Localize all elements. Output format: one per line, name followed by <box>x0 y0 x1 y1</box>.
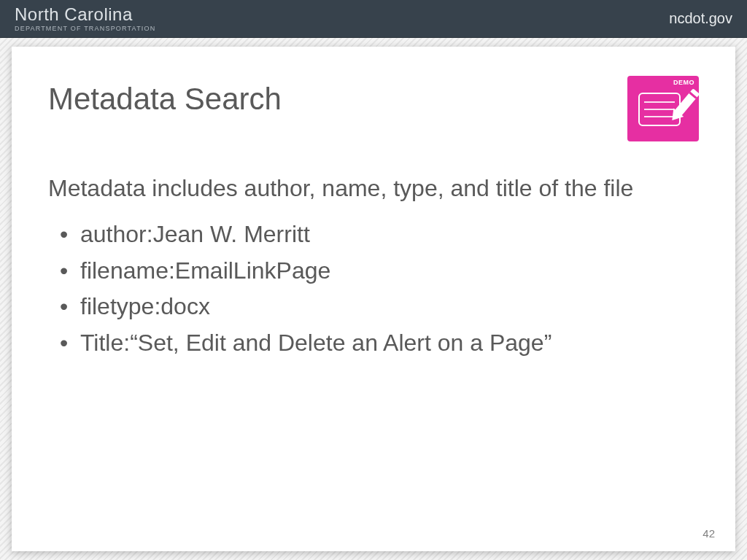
intro-text: Metadata includes author, name, type, an… <box>48 174 699 203</box>
title-row: Metadata Search DEMO <box>48 76 699 141</box>
example-list: author:Jean W. Merritt filename:EmailLin… <box>48 217 699 361</box>
list-item: filetype:docx <box>55 289 699 325</box>
page-number: 42 <box>703 527 715 540</box>
list-item: author:Jean W. Merritt <box>55 217 699 253</box>
department-name: DEPARTMENT OF TRANSPORTATION <box>15 25 155 32</box>
list-item: Title:“Set, Edit and Delete an Alert on … <box>55 325 699 362</box>
site-url: ncdot.gov <box>669 10 732 27</box>
slide-body: Metadata includes author, name, type, an… <box>48 174 699 361</box>
slide-background: Metadata Search DEMO Metadata includes a… <box>0 38 747 560</box>
state-name: North Carolina <box>15 6 155 23</box>
demo-label: DEMO <box>673 79 694 86</box>
slide: Metadata Search DEMO Metadata includes a… <box>12 47 735 551</box>
notepad-pencil-icon <box>637 88 689 129</box>
slide-title: Metadata Search <box>48 82 282 117</box>
demo-badge: DEMO <box>627 76 699 141</box>
header-bar: North Carolina DEPARTMENT OF TRANSPORTAT… <box>0 0 747 38</box>
list-item: filename:EmailLinkPage <box>55 253 699 289</box>
header-brand: North Carolina DEPARTMENT OF TRANSPORTAT… <box>15 6 155 32</box>
